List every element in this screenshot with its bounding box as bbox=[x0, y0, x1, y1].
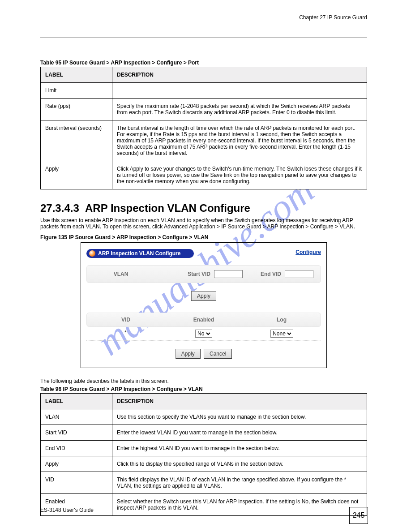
cell-desc: Use this section to specify the VLANs yo… bbox=[112, 409, 367, 425]
cell-desc: Specify the maximum rate (1-2048 packets… bbox=[112, 99, 367, 120]
cell-label: Start VID bbox=[41, 425, 112, 441]
cell-desc: Enter the lowest VLAN ID you want to man… bbox=[112, 425, 367, 441]
table-96-intro: The following table describes the labels… bbox=[40, 378, 367, 384]
end-vid-input[interactable] bbox=[285, 270, 313, 278]
page-container: Chapter 27 IP Source Guard Table 95 IP S… bbox=[40, 14, 367, 516]
apply-range-row: Apply bbox=[86, 291, 321, 301]
col-label: LABEL bbox=[41, 67, 112, 83]
cell-label: Apply bbox=[41, 161, 112, 189]
section-number: 27.3.4.3 bbox=[40, 202, 85, 215]
table-95-caption: Table 95 IP Source Guard > ARP Inspectio… bbox=[40, 60, 367, 66]
cell-desc: This field displays the VLAN ID of each … bbox=[112, 472, 367, 494]
cell-desc bbox=[112, 83, 367, 99]
footer: ES-3148 User's Guide 245 bbox=[40, 504, 367, 513]
table-row: ApplyClick this to display the specified… bbox=[41, 456, 367, 472]
log-select[interactable]: None bbox=[270, 330, 293, 338]
cell-label: VLAN bbox=[41, 409, 112, 425]
col-vid: VID bbox=[87, 317, 165, 323]
table-row: Burst interval (seconds)The burst interv… bbox=[41, 120, 367, 161]
start-vid-input[interactable] bbox=[214, 270, 243, 278]
header-rule bbox=[40, 38, 367, 38]
cell-desc: The burst interval is the length of time… bbox=[112, 120, 367, 161]
start-vid-label: Start VID bbox=[188, 271, 210, 277]
cell-label: Burst interval (seconds) bbox=[41, 120, 112, 161]
table-96-grid: LABEL DESCRIPTION VLANUse this section t… bbox=[40, 393, 367, 516]
table-96: Table 96 IP Source Guard > ARP Inspectio… bbox=[40, 386, 367, 516]
cell-desc: Enter the highest VLAN ID you want to ma… bbox=[112, 441, 367, 456]
configure-link[interactable]: Configure bbox=[295, 249, 321, 255]
cell-label: Rate (pps) bbox=[41, 99, 112, 120]
apply-cancel-row: Apply Cancel bbox=[86, 349, 321, 359]
vlan-grid-row: * No None bbox=[86, 327, 321, 341]
table-row: VLANUse this section to specify the VLAN… bbox=[41, 409, 367, 425]
col-log: Log bbox=[243, 317, 321, 323]
col-enabled: Enabled bbox=[165, 317, 243, 323]
section-heading: 27.3.4.3 ARP Inspection VLAN Configure U… bbox=[40, 202, 367, 230]
cell-label: Limit bbox=[41, 83, 112, 99]
col-description: DESCRIPTION bbox=[112, 394, 367, 409]
table-row: Start VIDEnter the lowest VLAN ID you wa… bbox=[41, 425, 367, 441]
cell-desc: Click Apply to save your changes to the … bbox=[112, 161, 367, 189]
end-vid-label: End VID bbox=[261, 271, 281, 277]
cell-label: VID bbox=[41, 472, 112, 494]
table-96-caption: Table 96 IP Source Guard > ARP Inspectio… bbox=[40, 386, 367, 392]
footer-left: ES-3148 User's Guide bbox=[40, 507, 94, 513]
table-row: Rate (pps)Specify the maximum rate (1-20… bbox=[41, 99, 367, 120]
cancel-button[interactable]: Cancel bbox=[204, 349, 232, 359]
table-95: Table 95 IP Source Guard > ARP Inspectio… bbox=[40, 60, 367, 189]
table-95-grid: LABEL DESCRIPTION Limit Rate (pps)Specif… bbox=[40, 67, 367, 189]
table-row: Limit bbox=[41, 83, 367, 99]
vlan-grid-header: VID Enabled Log bbox=[86, 313, 321, 327]
cell-desc: Click this to display the specified rang… bbox=[112, 456, 367, 472]
apply-button[interactable]: Apply bbox=[176, 349, 201, 359]
config-panel: Configure ARP Inspection VLAN Configure … bbox=[81, 242, 327, 368]
figure-caption: Figure 135 IP Source Guard > ARP Inspect… bbox=[40, 234, 367, 240]
vlan-range-row: VLAN Start VID End VID bbox=[86, 265, 321, 283]
table-row: End VIDEnter the highest VLAN ID you wan… bbox=[41, 441, 367, 456]
col-description: DESCRIPTION bbox=[112, 67, 367, 83]
section-subtext: Use this screen to enable ARP inspection… bbox=[40, 217, 367, 230]
cell-label: Apply bbox=[41, 456, 112, 472]
vlan-label: VLAN bbox=[94, 271, 148, 277]
enabled-select[interactable]: No bbox=[195, 330, 212, 338]
cell-label: End VID bbox=[41, 441, 112, 456]
vid-cell: * bbox=[86, 330, 165, 338]
panel-title-pill: ARP Inspection VLAN Configure bbox=[86, 249, 194, 258]
apply-range-button[interactable]: Apply bbox=[191, 291, 216, 301]
chapter-heading: Chapter 27 IP Source Guard bbox=[40, 14, 367, 21]
col-label: LABEL bbox=[41, 394, 112, 409]
table-row: ApplyClick Apply to save your changes to… bbox=[41, 161, 367, 189]
page-number: 245 bbox=[349, 507, 368, 524]
section-title: ARP Inspection VLAN Configure bbox=[40, 202, 367, 215]
table-row: VIDThis field displays the VLAN ID of ea… bbox=[41, 472, 367, 494]
